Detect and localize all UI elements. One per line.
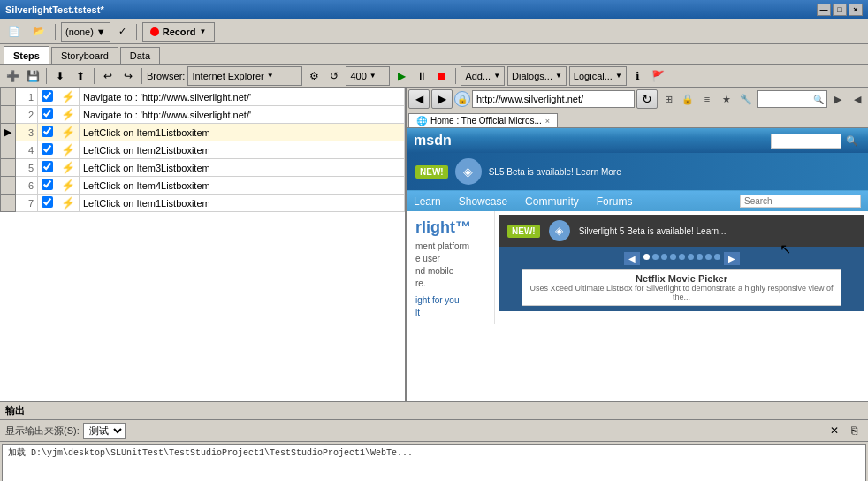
step-checkbox-cell[interactable] [38,141,57,159]
step-checkbox[interactable] [42,108,53,119]
down-action-button[interactable]: ⬇ [51,67,69,85]
back-search-icon[interactable]: ◀ [849,90,866,108]
silverlight-title: rlight™ [415,218,471,236]
record-button[interactable]: Record ▼ [142,22,215,42]
output-title: 输出 [5,404,25,417]
address-bar[interactable] [472,90,635,108]
minimize-button[interactable]: — [817,4,831,16]
nav-learn[interactable]: Learn [414,195,441,208]
step-number: 7 [16,195,38,212]
forward-search-icon[interactable]: ▶ [829,90,847,108]
browser-content: msdn 🔍 NEW! ◈ SL5 Beta is available! Lea… [407,128,868,401]
site-link-2[interactable]: lt [415,308,485,317]
nav-search-input[interactable] [740,195,861,208]
logical-dropdown[interactable]: Logical... ▼ [569,66,627,86]
step-arrow [1,177,16,195]
pause-button[interactable]: ⏸ [413,67,430,85]
browser-tab-close-button[interactable]: × [545,117,550,126]
site-search-icon[interactable]: 🔍 [843,132,861,149]
play-button[interactable]: ▶ [392,67,410,85]
dot-9 [714,254,720,260]
body-text-1: ment platform [415,240,485,253]
step-checkbox[interactable] [42,179,53,190]
add-action-button[interactable]: ➕ [4,67,21,85]
menu-icon[interactable]: ≡ [698,90,716,108]
site-search-input[interactable] [771,134,841,149]
tools-icon[interactable]: 🔧 [737,90,755,108]
step-number: 4 [16,141,38,159]
add-label: Add... [465,71,491,81]
browser-dropdown[interactable]: Internet Explorer ▼ [187,66,302,86]
dot-7 [697,254,703,260]
step-checkbox[interactable] [42,161,53,172]
settings-icon[interactable]: ⚙ [305,67,323,85]
step-action: LeftClick on Item1Listboxitem [80,195,405,212]
info-button[interactable]: ℹ [629,67,647,85]
step-checkbox[interactable] [42,196,53,208]
cursor-icon: ↖ [780,240,794,258]
nav-forums[interactable]: Forums [597,195,633,208]
output-controls: 显示输出来源(S): 测试 ✕ ⎘ [0,420,868,442]
step-checkbox-cell[interactable] [38,159,57,177]
main-tabs: Steps Storyboard Data [0,44,868,65]
star-icon[interactable]: ★ [718,90,735,108]
site-body: rlight™ ment platform e user nd mobile r… [407,211,868,324]
nav-showcase[interactable]: Showcase [459,195,507,208]
redo-button[interactable]: ↪ [119,67,137,85]
back-button[interactable]: ◀ [408,89,430,109]
reload-button[interactable]: ↻ [636,89,658,109]
grid-icon[interactable]: ⊞ [659,90,677,108]
refresh-icon[interactable]: ↺ [325,67,343,85]
step-checkbox[interactable] [42,143,53,155]
table-row: 4 ⚡ LeftClick on Item2Listboxitem [1,141,405,159]
output-source-select[interactable]: 测试 [83,423,126,439]
lock-icon[interactable]: 🔒 [679,90,697,108]
tab-storyboard[interactable]: Storyboard [51,47,118,64]
none-dropdown[interactable]: (none) ▼ [61,22,110,42]
add-dropdown[interactable]: Add... ▼ [461,66,505,86]
step-checkbox-cell[interactable] [38,88,57,106]
tab-data[interactable]: Data [120,47,160,64]
step-checkbox-cell[interactable] [38,124,57,141]
save-action-button[interactable]: 💾 [24,67,42,85]
maximize-button[interactable]: □ [833,4,847,16]
steps-panel: 1 ⚡ Navigate to : 'http://www.silverligh… [0,88,407,401]
step-checkbox-cell[interactable] [38,177,57,195]
flag-button[interactable]: 🚩 [650,67,667,85]
undo-button[interactable]: ↩ [99,67,117,85]
new-badge: NEW! [415,165,448,179]
forward-button[interactable]: ▶ [431,89,453,109]
dialogs-dropdown[interactable]: Dialogs... ▼ [507,66,567,86]
table-row: 5 ⚡ LeftClick on Item3Listboxitem [1,159,405,177]
close-button[interactable]: × [849,4,863,16]
action-sep-3 [141,68,142,84]
browser-tab-1[interactable]: 🌐 Home : The Official Micros... × [408,113,558,127]
step-action: Navigate to : 'http://www.silverlight.ne… [80,88,405,106]
nav-community[interactable]: Community [525,195,579,208]
table-row: 7 ⚡ LeftClick on Item1Listboxitem [1,195,405,212]
browser-dropdown-label: Internet Explorer [192,71,263,81]
browser-dropdown-icon: ▼ [267,72,274,80]
output-clear-button[interactable]: ✕ [826,422,843,439]
step-checkbox-cell[interactable] [38,106,57,124]
slider-left-button[interactable]: ◀ [624,252,640,265]
netflix-title: Netflix Movie Picker [528,273,835,284]
check-button[interactable]: ✓ [114,22,131,42]
stop-button[interactable]: ⏹ [433,67,451,85]
step-checkbox[interactable] [42,126,53,137]
step-checkbox[interactable] [42,90,53,102]
step-checkbox-cell[interactable] [38,195,57,212]
zoom-dropdown[interactable]: 400 ▼ [346,66,390,86]
browser-search-input[interactable] [760,95,813,104]
slider-right-button[interactable]: ▶ [724,252,740,265]
site-main-panel: NEW! ◈ Silverlight 5 Beta is available! … [495,211,868,324]
browser-search-box[interactable]: 🔍 [757,90,827,108]
new-button[interactable]: 📄 [4,22,25,42]
open-button[interactable]: 📂 [28,22,49,42]
dot-6 [688,254,694,260]
tab-steps[interactable]: Steps [4,46,49,64]
beta-text: Silverlight 5 Beta is available! Learn..… [579,226,727,236]
output-copy-button[interactable]: ⎘ [845,422,863,439]
up-action-button[interactable]: ⬆ [72,67,89,85]
site-link-1[interactable]: ight for you [415,295,485,305]
